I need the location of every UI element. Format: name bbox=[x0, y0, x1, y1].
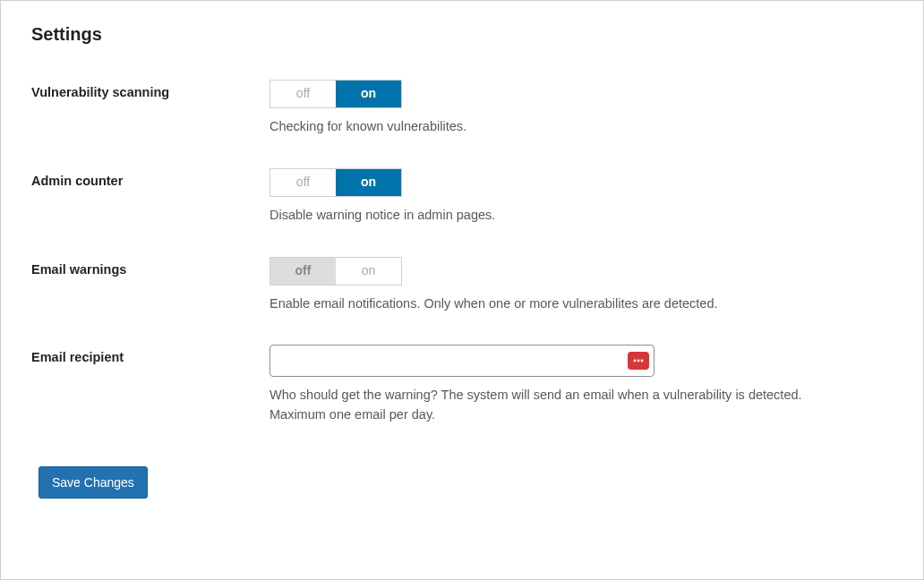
field-desc-admin-counter: Disable warning notice in admin pages. bbox=[270, 206, 851, 226]
settings-panel: Settings Vulnerability scanning off on C… bbox=[0, 0, 924, 580]
svg-point-0 bbox=[634, 360, 637, 362]
field-desc-vuln-scan: Checking for known vulnerabilites. bbox=[270, 117, 851, 137]
settings-form-table: Vulnerability scanning off on Checking f… bbox=[28, 66, 896, 443]
svg-point-2 bbox=[641, 360, 644, 362]
toggle-email-warnings[interactable]: off on bbox=[270, 257, 402, 286]
field-desc-email-warnings: Enable email notifications. Only when on… bbox=[270, 294, 851, 314]
toggle-option-on[interactable]: on bbox=[336, 258, 401, 285]
toggle-option-off[interactable]: off bbox=[270, 81, 336, 107]
field-label-vuln-scan: Vulnerability scanning bbox=[28, 66, 261, 155]
email-recipient-input[interactable] bbox=[270, 345, 654, 377]
toggle-vuln-scan[interactable]: off on bbox=[270, 80, 402, 108]
toggle-option-on[interactable]: on bbox=[336, 169, 401, 196]
field-label-email-warnings: Email warnings bbox=[28, 243, 261, 332]
field-label-email-recipient: Email recipient bbox=[28, 331, 261, 443]
password-manager-icon[interactable] bbox=[628, 352, 649, 370]
toggle-option-on[interactable]: on bbox=[336, 81, 401, 107]
svg-point-1 bbox=[637, 360, 640, 362]
field-desc-email-recipient: Who should get the warning? The system w… bbox=[270, 386, 851, 425]
field-label-admin-counter: Admin counter bbox=[28, 155, 261, 243]
save-changes-button[interactable]: Save Changes bbox=[38, 466, 148, 499]
toggle-option-off[interactable]: off bbox=[270, 169, 336, 196]
toggle-admin-counter[interactable]: off on bbox=[270, 168, 402, 197]
page-title: Settings bbox=[28, 1, 896, 52]
toggle-option-off[interactable]: off bbox=[270, 258, 336, 285]
